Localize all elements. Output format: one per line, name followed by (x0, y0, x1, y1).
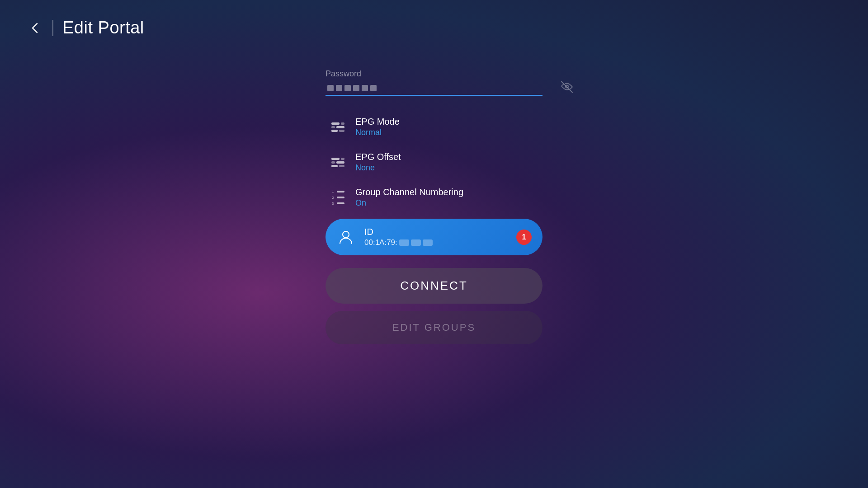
setting-item-group-channel[interactable]: 1 2 3 Group Channel Numbering On (326, 180, 542, 215)
id-notification-badge: 1 (516, 230, 532, 245)
id-block-3 (423, 239, 433, 246)
pwd-dot (336, 85, 342, 91)
epg-offset-label: EPG Offset (355, 152, 401, 162)
back-button[interactable] (27, 20, 43, 36)
id-block-2 (411, 239, 421, 246)
epg-mode-icon (330, 119, 346, 135)
header-divider (52, 20, 53, 36)
group-channel-label: Group Channel Numbering (355, 187, 463, 197)
setting-item-epg-offset[interactable]: EPG Offset None (326, 145, 542, 180)
id-value: 00:1A:79: (364, 238, 433, 247)
id-block-1 (399, 239, 409, 246)
group-channel-icon: 1 2 3 (330, 189, 346, 206)
toggle-password-icon[interactable] (560, 80, 574, 98)
id-value-prefix: 00:1A:79: (364, 238, 397, 247)
pwd-dot (327, 85, 334, 91)
settings-list: EPG Mode Normal (326, 109, 542, 215)
header: Edit Portal (0, 0, 868, 56)
group-channel-value: On (355, 198, 463, 208)
id-label: ID (364, 227, 433, 237)
pwd-dot (370, 85, 377, 91)
pwd-dot (362, 85, 368, 91)
epg-offset-value: None (355, 163, 401, 173)
epg-offset-icon (330, 154, 346, 170)
epg-mode-label: EPG Mode (355, 117, 400, 127)
svg-point-1 (343, 231, 349, 238)
password-label: Password (326, 69, 542, 79)
epg-offset-text: EPG Offset None (355, 152, 401, 173)
pwd-dot (344, 85, 351, 91)
password-dots-display (326, 81, 542, 96)
epg-mode-value: Normal (355, 128, 400, 137)
connect-button[interactable]: CONNECT (326, 268, 542, 304)
id-avatar-icon (336, 228, 355, 247)
epg-mode-text: EPG Mode Normal (355, 117, 400, 137)
main-content: Password (0, 56, 868, 344)
password-input-row (326, 81, 542, 96)
pwd-dot (353, 85, 359, 91)
id-text: ID 00:1A:79: (364, 227, 433, 247)
group-channel-text: Group Channel Numbering On (355, 187, 463, 208)
id-item[interactable]: ID 00:1A:79: 1 (326, 219, 542, 255)
password-section: Password (326, 69, 542, 96)
edit-groups-button[interactable]: EDIT GROUPS (326, 311, 542, 344)
page-title: Edit Portal (62, 18, 144, 38)
setting-item-epg-mode[interactable]: EPG Mode Normal (326, 109, 542, 145)
